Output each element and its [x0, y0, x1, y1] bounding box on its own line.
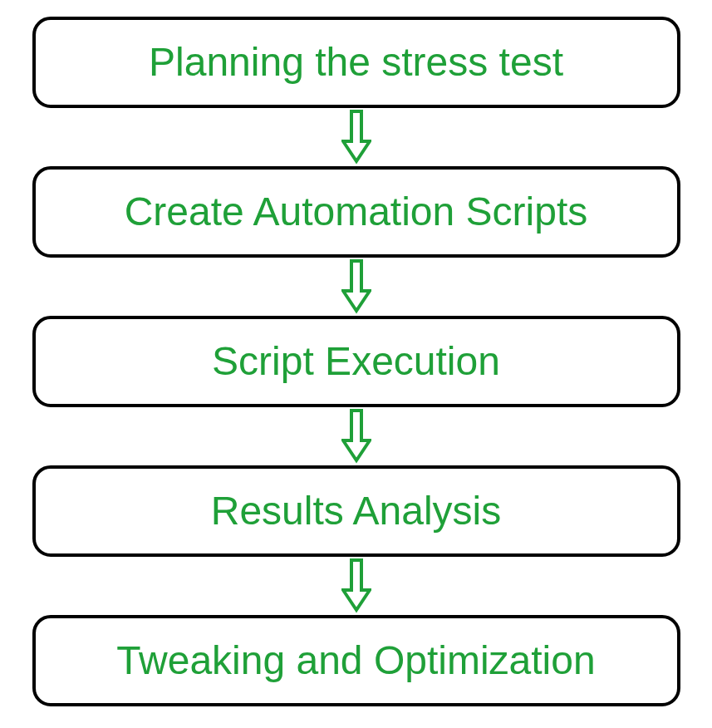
arrow-down-icon: [340, 557, 373, 615]
step-label: Script Execution: [212, 340, 500, 384]
step-label: Results Analysis: [211, 489, 501, 534]
step-box: Script Execution: [32, 316, 680, 407]
flow-diagram: Planning the stress test Create Automati…: [25, 17, 687, 706]
step-box: Tweaking and Optimization: [32, 615, 680, 706]
step-label: Tweaking and Optimization: [116, 639, 595, 683]
step-box: Planning the stress test: [32, 17, 680, 108]
step-box: Results Analysis: [32, 465, 680, 557]
step-label: Planning the stress test: [149, 41, 563, 85]
arrow-down-icon: [340, 108, 373, 166]
step-label: Create Automation Scripts: [125, 190, 588, 234]
arrow-down-icon: [340, 258, 373, 316]
step-box: Create Automation Scripts: [32, 166, 680, 258]
arrow-down-icon: [340, 407, 373, 465]
